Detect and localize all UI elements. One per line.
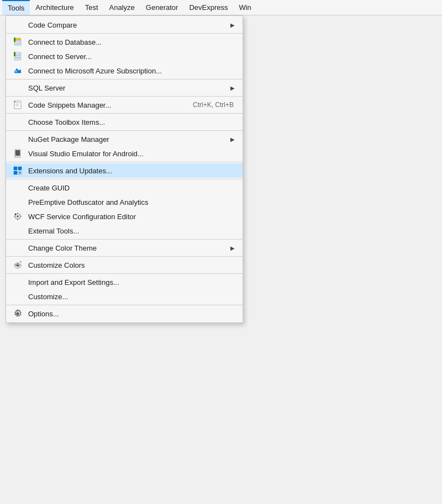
menu-item-create-guid[interactable]: Create GUID xyxy=(6,181,243,195)
menu-item-label: NuGet Package Manager xyxy=(28,135,230,144)
menu-item-label: Connect to Database... xyxy=(28,38,238,46)
menu-item-choose-toolbox[interactable]: Choose Toolbox Items... xyxy=(6,115,243,129)
svg-point-38 xyxy=(17,312,19,315)
arrow-icon: ▶ xyxy=(230,136,235,142)
menu-item-options[interactable]: Options... xyxy=(6,306,243,321)
menu-item-label: Customize... xyxy=(28,293,238,301)
separator-2 xyxy=(6,79,243,79)
menu-item-label: Connect to Server... xyxy=(28,52,238,61)
menu-item-customize-colors[interactable]: Customize Colors xyxy=(6,258,243,272)
svg-rect-17 xyxy=(15,150,20,156)
menu-item-label: Code Compare xyxy=(28,21,230,29)
separator-7 xyxy=(6,179,243,179)
menu-item-label: Import and Export Settings... xyxy=(28,278,238,287)
menu-item-wcf[interactable]: WCF Service Configuration Editor xyxy=(6,209,243,224)
menu-bar-item-generator[interactable]: Generator xyxy=(140,0,184,15)
gear-icon xyxy=(12,309,24,318)
dropdown-menu: Code Compare ▶ Connect to Database... xyxy=(6,15,243,323)
menu-item-label: Create GUID xyxy=(28,184,238,192)
menu-item-connect-azure[interactable]: Connect to Microsoft Azure Subscription.… xyxy=(6,63,243,78)
svg-rect-15 xyxy=(14,101,15,103)
extensions-icon xyxy=(12,166,24,175)
palette-icon xyxy=(12,261,24,269)
separator-8 xyxy=(6,239,243,240)
separator-3 xyxy=(6,96,243,97)
menu-item-label: WCF Service Configuration Editor xyxy=(28,213,238,221)
separator-6 xyxy=(6,162,243,162)
menu-item-label: Change Color Theme xyxy=(28,244,230,252)
azure-icon xyxy=(12,66,24,75)
menu-bar-item-tools[interactable]: Tools xyxy=(2,0,30,15)
menu-item-label: Options... xyxy=(28,310,238,318)
menu-bar-item-win[interactable]: Win xyxy=(233,0,256,15)
separator-5 xyxy=(6,130,243,131)
arrow-icon: ▶ xyxy=(230,22,235,28)
menu-item-label: Customize Colors xyxy=(28,261,238,269)
separator-4 xyxy=(6,113,243,114)
menu-item-label: Visual Studio Emulator for Android... xyxy=(28,150,238,158)
menu-item-code-snippets[interactable]: Code Snippets Manager... Ctrl+K, Ctrl+B xyxy=(6,98,243,112)
menu-bar-item-analyze[interactable]: Analyze xyxy=(104,0,140,15)
separator-11 xyxy=(6,305,243,305)
svg-point-26 xyxy=(17,215,19,217)
separator-1 xyxy=(6,33,243,34)
menu-item-extensions[interactable]: Extensions and Updates... xyxy=(6,163,243,178)
menu-item-code-compare[interactable]: Code Compare ▶ xyxy=(6,18,243,32)
menu-item-preemptive[interactable]: PreEmptive Dotfuscator and Analytics xyxy=(6,195,243,209)
svg-point-18 xyxy=(17,156,18,157)
menu-item-customize[interactable]: Customize... xyxy=(6,289,243,304)
menu-bar-item-test[interactable]: Test xyxy=(80,0,104,15)
svg-rect-19 xyxy=(14,167,17,170)
svg-rect-5 xyxy=(14,38,15,42)
db-icon xyxy=(12,38,24,46)
snippet-icon xyxy=(12,100,24,109)
menu-item-label: Connect to Microsoft Azure Subscription.… xyxy=(28,67,238,75)
menu-bar: Tools Architecture Test Analyze Generato… xyxy=(0,0,442,15)
menu-item-import-export[interactable]: Import and Export Settings... xyxy=(6,275,243,289)
svg-rect-9 xyxy=(14,52,15,56)
menu-item-nuget[interactable]: NuGet Package Manager ▶ xyxy=(6,132,243,146)
arrow-icon: ▶ xyxy=(230,85,235,91)
menu-item-label: Code Snippets Manager... xyxy=(28,101,193,109)
svg-point-31 xyxy=(15,214,17,215)
server-icon xyxy=(12,52,24,61)
menu-item-label: SQL Server xyxy=(28,84,230,92)
svg-rect-12 xyxy=(15,102,20,103)
menu-item-connect-database[interactable]: Connect to Database... xyxy=(6,35,243,49)
menu-item-connect-server[interactable]: Connect to Server... xyxy=(6,49,243,63)
menu-bar-item-devexpress[interactable]: DevExpress xyxy=(183,0,233,15)
svg-point-37 xyxy=(17,265,19,267)
svg-rect-14 xyxy=(15,105,19,107)
menu-item-label: External Tools... xyxy=(28,227,238,235)
svg-rect-13 xyxy=(15,104,19,105)
shortcut-label: Ctrl+K, Ctrl+B xyxy=(193,101,234,109)
svg-rect-8 xyxy=(14,58,21,60)
separator-10 xyxy=(6,273,243,274)
menu-item-change-color[interactable]: Change Color Theme ▶ xyxy=(6,241,243,255)
phone-icon xyxy=(12,149,24,158)
wcf-icon xyxy=(12,212,24,221)
menu-item-label: Choose Toolbox Items... xyxy=(28,118,238,126)
svg-rect-21 xyxy=(14,171,17,174)
menu-item-sql-server[interactable]: SQL Server ▶ xyxy=(6,81,243,95)
svg-rect-20 xyxy=(18,167,22,170)
menu-item-vs-emulator[interactable]: Visual Studio Emulator for Android... xyxy=(6,146,243,161)
menu-item-label: PreEmptive Dotfuscator and Analytics xyxy=(28,198,238,206)
menu-item-label: Extensions and Updates... xyxy=(28,167,238,175)
svg-point-34 xyxy=(17,263,19,265)
svg-point-10 xyxy=(14,70,18,72)
arrow-icon: ▶ xyxy=(230,245,235,251)
menu-bar-item-architecture[interactable]: Architecture xyxy=(30,0,79,15)
separator-9 xyxy=(6,256,243,257)
menu-item-external-tools[interactable]: External Tools... xyxy=(6,224,243,238)
